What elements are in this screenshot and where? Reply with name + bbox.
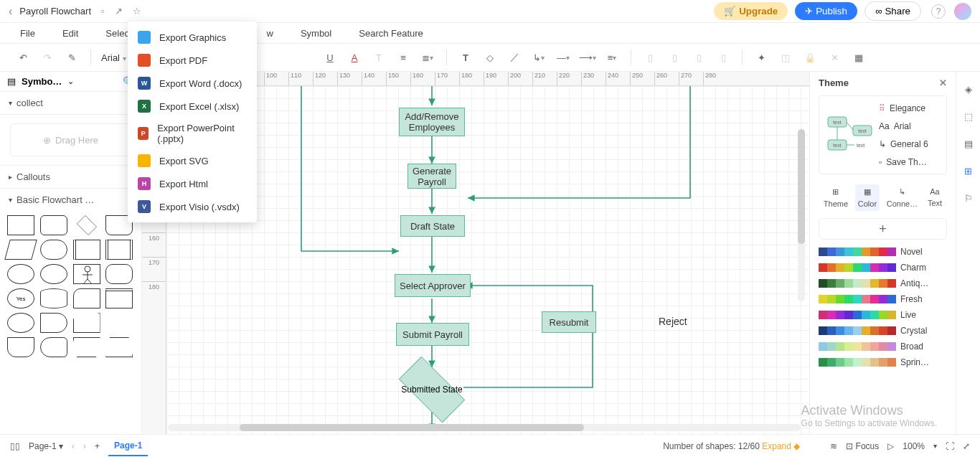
font-color-icon[interactable]: A <box>346 49 363 66</box>
tab-color[interactable]: ▦Color <box>855 184 880 211</box>
text-tool-icon[interactable]: T <box>457 49 474 66</box>
export-item[interactable]: Export Graphics <box>128 26 257 49</box>
node-resubmit[interactable]: Resubmit <box>542 311 596 333</box>
theme-template[interactable]: ↳General 6 <box>879 139 946 149</box>
shape-connector-yes[interactable]: Yes <box>7 288 34 308</box>
theme-save[interactable]: ▫Save Th… <box>879 157 946 167</box>
underline-icon[interactable]: U <box>321 49 339 66</box>
rail-bookmark-icon[interactable]: ⚐ <box>961 191 976 205</box>
shape-manual-op[interactable] <box>73 337 100 357</box>
redo-icon[interactable]: ↷ <box>39 49 56 66</box>
line-spacing-icon[interactable]: ≣▾ <box>419 49 436 66</box>
open-external-icon[interactable]: ↗ <box>115 6 123 17</box>
shape-rounded2[interactable] <box>105 264 133 284</box>
help-icon[interactable]: ? <box>931 4 946 19</box>
export-item[interactable]: PExport PowerPoint (.pptx) <box>128 118 257 149</box>
shape-internal-storage[interactable] <box>105 240 133 260</box>
shape-blank[interactable] <box>105 313 133 333</box>
back-button[interactable]: ‹ <box>9 5 12 18</box>
palette-row[interactable]: Live <box>819 310 947 320</box>
section-collect[interactable]: ▾ collect <box>0 92 141 115</box>
node-draft[interactable]: Draft State <box>400 215 465 237</box>
line-jump-icon[interactable]: ≡▾ <box>603 49 621 66</box>
menu-view-cut[interactable]: w <box>267 28 273 39</box>
tab-connector[interactable]: ↳Conne… <box>884 184 920 211</box>
shape-card2[interactable] <box>105 288 133 308</box>
line-color-icon[interactable]: ／ <box>506 49 523 66</box>
page-select[interactable]: Page-1 ▾ <box>29 441 63 451</box>
palette-row[interactable]: Crystal <box>819 326 947 336</box>
menu-search-feature[interactable]: Search Feature <box>359 28 423 39</box>
menu-file[interactable]: File <box>20 28 35 39</box>
shape-circle2[interactable] <box>7 313 34 333</box>
connector-type-icon[interactable]: ↳▾ <box>530 49 547 66</box>
palette-row[interactable]: Antiq… <box>819 278 947 288</box>
rail-import-icon[interactable]: ⬚ <box>961 109 976 123</box>
shape-terminator[interactable] <box>40 240 67 260</box>
shape-trap[interactable] <box>105 337 133 357</box>
drag-here-area[interactable]: ⊕ Drag Here <box>10 123 131 156</box>
line-style-icon[interactable]: —▾ <box>555 49 572 66</box>
align-left-icon[interactable]: ▯ <box>641 49 659 66</box>
publish-button[interactable]: ✈Publish <box>795 2 857 20</box>
layers-icon[interactable]: ≋ <box>830 441 837 451</box>
upgrade-button[interactable]: 🛒Upgrade <box>714 2 788 20</box>
export-item[interactable]: HExport Html <box>128 172 257 195</box>
pages-icon[interactable]: ▯▯ <box>10 441 20 451</box>
play-icon[interactable]: ▷ <box>887 441 894 451</box>
share-button[interactable]: ∞Share <box>864 1 921 21</box>
group-icon[interactable]: ▯ <box>690 49 707 66</box>
arrow-style-icon[interactable]: ⟶▾ <box>579 49 596 66</box>
shape-database[interactable] <box>40 288 67 308</box>
section-basic-flowchart[interactable]: ▾ Basic Flowchart … <box>0 188 141 211</box>
lock-icon[interactable]: 🔒 <box>801 49 819 66</box>
close-icon[interactable]: ✕ <box>939 77 947 88</box>
shape-rounded-rect[interactable] <box>40 215 67 235</box>
align-dist-icon[interactable]: ▯ <box>666 49 683 66</box>
align-icon[interactable]: ≡ <box>395 49 412 66</box>
star-icon[interactable]: ☆ <box>133 6 141 17</box>
palette-row[interactable]: Charm <box>819 263 947 273</box>
vertical-scrollbar[interactable] <box>798 129 805 301</box>
table-icon[interactable]: ▦ <box>850 49 867 66</box>
shape-card[interactable] <box>73 288 100 308</box>
rail-diamond-icon[interactable]: ◈ <box>961 82 976 96</box>
effects-icon[interactable]: ✦ <box>753 49 770 66</box>
menu-symbol[interactable]: Symbol <box>301 28 331 39</box>
node-submitted-state[interactable]: Submitted State <box>401 367 463 412</box>
tab-theme[interactable]: ⊞Theme <box>821 184 851 211</box>
shape-predefined[interactable] <box>73 240 100 260</box>
collapse-icon[interactable]: ⌄ <box>67 77 74 86</box>
scroll-thumb[interactable] <box>240 424 584 431</box>
shape-circle[interactable] <box>40 264 67 284</box>
add-page-icon[interactable]: + <box>95 441 100 451</box>
shape-rectangle[interactable] <box>7 215 34 235</box>
shape-display[interactable] <box>40 337 67 357</box>
tab-text[interactable]: AaText <box>925 184 945 211</box>
shape-manual-input[interactable] <box>73 313 100 333</box>
shape-stored-data[interactable] <box>40 313 67 333</box>
shape-parallelogram[interactable] <box>4 240 37 260</box>
rail-layout-icon[interactable]: ▤ <box>961 136 976 151</box>
undo-icon[interactable]: ↶ <box>14 49 32 66</box>
format-painter-icon[interactable]: ✎ <box>63 49 80 66</box>
shape-actor[interactable] <box>73 264 100 284</box>
add-palette-button[interactable]: + <box>819 218 947 240</box>
fill-icon[interactable]: ◇ <box>481 49 499 66</box>
export-item[interactable]: Export SVG <box>128 149 257 172</box>
fullscreen-icon[interactable]: ⤢ <box>963 441 970 451</box>
export-item[interactable]: WExport Word (.docx) <box>128 72 257 95</box>
layer-icon[interactable]: ▯ <box>715 49 732 66</box>
export-item[interactable]: Export PDF <box>128 49 257 72</box>
palette-row[interactable]: Fresh <box>819 294 947 304</box>
menu-edit[interactable]: Edit <box>62 28 78 39</box>
zoom-level[interactable]: 100% <box>903 441 925 451</box>
horizontal-scrollbar[interactable] <box>168 424 801 431</box>
avatar[interactable] <box>954 3 971 20</box>
shape-ellipse[interactable] <box>7 264 34 284</box>
export-item[interactable]: XExport Excel (.xlsx) <box>128 95 257 118</box>
shape-diamond[interactable] <box>76 215 96 235</box>
theme-font[interactable]: AaArial <box>879 121 946 131</box>
rail-grid-icon[interactable]: ⊞ <box>961 164 976 178</box>
prev-page-icon[interactable]: ‹ <box>72 441 75 451</box>
